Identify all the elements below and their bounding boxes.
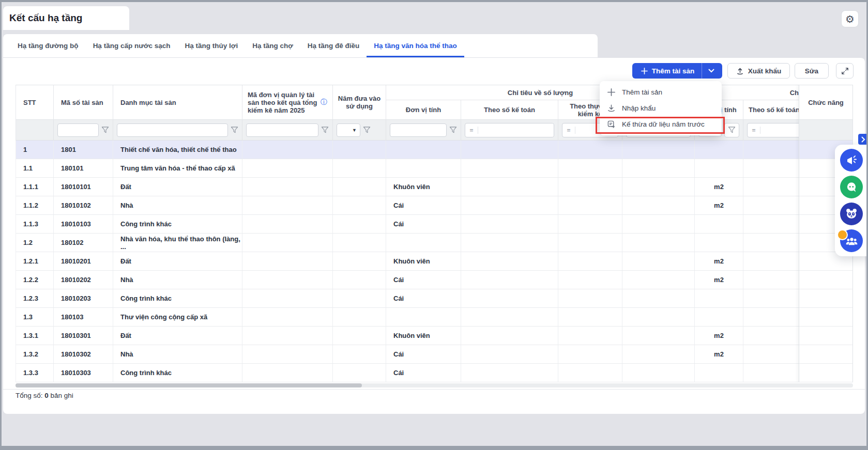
- asset-category-filter-input[interactable]: [117, 123, 228, 137]
- megaphone-icon[interactable]: [840, 149, 863, 172]
- menu-item-thêm-tài-sản[interactable]: Thêm tài sản: [600, 84, 722, 100]
- table-body: 11801Thiết chế văn hóa, thiết chế thể th…: [16, 141, 853, 382]
- cell-stt: 1.2.1: [16, 252, 54, 270]
- cell-empty: [461, 289, 558, 307]
- cell-stt: 1.1.2: [16, 196, 54, 214]
- chat-icon[interactable]: [840, 176, 863, 198]
- total-count: 0: [44, 392, 49, 399]
- info-icon[interactable]: ⓘ: [321, 98, 327, 107]
- table-row[interactable]: 1.2.318010203Công trình khácCái: [16, 289, 853, 308]
- tab-hạ-tầng-đường-bộ[interactable]: Hạ tầng đường bộ: [10, 34, 86, 57]
- column-header-asset-code[interactable]: Mã số tài sản: [54, 85, 113, 120]
- table-row[interactable]: 1.3.118010301ĐấtKhuôn viênm2: [16, 327, 853, 345]
- table-row[interactable]: 1.1.118010101ĐấtKhuôn viênm2: [16, 178, 853, 196]
- settings-button[interactable]: ⚙: [841, 10, 859, 27]
- column-header-actions[interactable]: Chức năng: [799, 85, 852, 120]
- add-asset-dropdown-toggle[interactable]: [702, 63, 721, 79]
- cell-empty: [461, 196, 558, 214]
- asset-code-filter-input[interactable]: [57, 123, 99, 137]
- funnel-icon[interactable]: [101, 126, 109, 134]
- funnel-icon: [728, 126, 736, 134]
- cell-empty: [461, 271, 558, 289]
- table-row[interactable]: 1.1.218010102NhàCáim2: [16, 196, 853, 215]
- notification-badge: [837, 229, 848, 240]
- cell-stt: 1.3: [16, 308, 54, 326]
- horizontal-scrollbar-thumb[interactable]: [16, 383, 362, 387]
- table-row[interactable]: 1.1180101Trung tâm văn hóa - thể thao cấ…: [16, 159, 853, 178]
- table-row[interactable]: 1.2180102Nhà văn hóa, khu thể thao thôn …: [16, 234, 853, 252]
- cell-empty: [558, 345, 622, 363]
- cell-empty: [242, 252, 333, 270]
- table-row[interactable]: 1.1.318010103Công trình khácCái: [16, 215, 853, 234]
- column-header-mgmt-unit-code[interactable]: Mã đơn vị quản lý tài sản theo kết quả t…: [242, 85, 333, 120]
- add-asset-split-button[interactable]: Thêm tài sản: [632, 63, 722, 79]
- tab-hạ-tầng-đê-điều[interactable]: Hạ tầng đê điều: [300, 34, 367, 57]
- table-row[interactable]: 1.2.218010202NhàCáim2: [16, 271, 853, 289]
- column-header-accounting1[interactable]: Theo số kế toán: [461, 100, 558, 120]
- filter-asset-category: [113, 120, 242, 141]
- column-header-stt[interactable]: STT: [16, 85, 54, 120]
- add-asset-dropdown-menu: Thêm tài sảnNhập khẩuKế thừa dữ liệu năm…: [600, 81, 722, 135]
- cell-unit1: Cái: [386, 215, 461, 233]
- cell-actions: [799, 364, 852, 382]
- funnel-button[interactable]: [724, 123, 739, 137]
- table-row[interactable]: 1.3180103Thư viện công cộng cấp xã: [16, 308, 853, 327]
- cell-unit2: m2: [695, 252, 743, 270]
- panda-icon[interactable]: [840, 203, 863, 225]
- app-window: Kết cấu hạ tầng ⚙ Hạ tầng đường bộHạ tần…: [0, 0, 868, 450]
- cell-empty: [242, 196, 333, 214]
- filter-accounting1: =: [461, 120, 558, 141]
- edit-button[interactable]: Sửa: [795, 63, 829, 79]
- cell-name: Đất: [113, 178, 242, 196]
- funnel-icon[interactable]: [231, 126, 238, 134]
- funnel-icon[interactable]: [449, 126, 457, 134]
- table-row[interactable]: 1.3.218010302NhàCáim2: [16, 345, 853, 364]
- table-row[interactable]: 11801Thiết chế văn hóa, thiết chế thể th…: [16, 141, 853, 159]
- horizontal-scrollbar[interactable]: [16, 383, 853, 387]
- total-label: Tổng số:: [16, 392, 43, 399]
- inherit-data-icon: [607, 120, 616, 129]
- unit1-filter-input[interactable]: [390, 123, 447, 137]
- column-header-asset-category[interactable]: Danh mục tài sản: [113, 85, 242, 120]
- cell-empty: [461, 327, 558, 345]
- cell-empty: [622, 289, 695, 307]
- tab-hạ-tầng-văn-hóa-thể-thao[interactable]: Hạ tầng văn hóa thể thao: [367, 34, 464, 57]
- equals-operator[interactable]: =: [748, 127, 760, 134]
- filter-asset-code: [54, 120, 113, 141]
- cell-name: Đất: [113, 327, 242, 345]
- tab-hạ-tầng-thủy-lợi[interactable]: Hạ tầng thủy lợi: [178, 34, 246, 57]
- record-count: Tổng số: 0 bản ghi: [16, 392, 73, 399]
- cell-empty: [622, 364, 695, 382]
- accounting1-filter-input[interactable]: [478, 123, 554, 137]
- column-header-unit1[interactable]: Đơn vị tính: [386, 100, 461, 120]
- cell-unit2: [695, 308, 743, 326]
- export-button[interactable]: Xuất khẩu: [727, 63, 790, 79]
- year-filter-select[interactable]: ▼: [337, 123, 360, 137]
- equals-operator[interactable]: =: [465, 127, 478, 134]
- floating-app-panel: [835, 145, 868, 256]
- cell-empty: [461, 345, 558, 363]
- table-row[interactable]: 1.2.118010201ĐấtKhuôn viênm2: [16, 252, 853, 271]
- tab-hạ-tầng-cấp-nước-sạch[interactable]: Hạ tầng cấp nước sạch: [86, 34, 178, 57]
- column-header-year-in-use[interactable]: Năm đưa vào sử dụng: [333, 85, 386, 120]
- menu-item-nhập-khẩu[interactable]: Nhập khẩu: [600, 100, 722, 116]
- side-panel-toggle[interactable]: [858, 134, 868, 145]
- cell-unit1: [386, 141, 461, 159]
- cell-empty: [622, 215, 695, 233]
- cell-empty: [333, 327, 386, 345]
- cell-empty: [242, 141, 333, 159]
- plus-icon: [641, 68, 648, 74]
- table-filter-row: ▼ = = = =: [16, 120, 853, 141]
- funnel-icon[interactable]: [321, 126, 329, 134]
- cell-empty: [333, 252, 386, 270]
- equals-operator[interactable]: =: [562, 127, 575, 134]
- table-row[interactable]: 1.3.318010303Công trình khácCái: [16, 364, 853, 382]
- fullscreen-button[interactable]: [836, 63, 854, 79]
- funnel-icon[interactable]: [363, 126, 371, 134]
- cell-stt: 1.1.3: [16, 215, 54, 233]
- cell-empty: [242, 159, 333, 177]
- menu-item-kế-thừa-dữ-liệu-năm-trước[interactable]: Kế thừa dữ liệu năm trước: [600, 116, 722, 132]
- mgmt-unit-filter-input[interactable]: [246, 123, 318, 137]
- tab-hạ-tầng-chợ[interactable]: Hạ tầng chợ: [245, 34, 300, 57]
- upload-icon: [736, 67, 744, 75]
